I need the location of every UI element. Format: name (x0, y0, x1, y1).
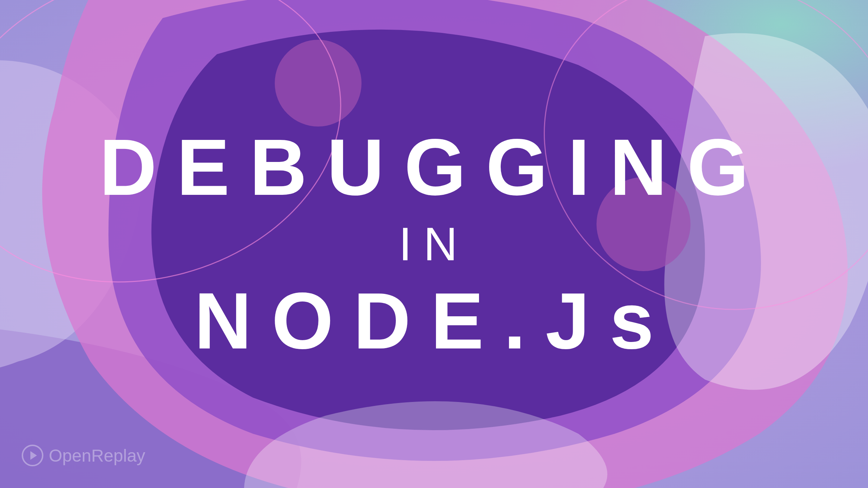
title-group: DEBUGGING IN NODE.Js (0, 0, 868, 488)
title-line-1: DEBUGGING (99, 124, 769, 211)
watermark-text: OpenReplay (49, 446, 145, 466)
play-icon (22, 445, 43, 466)
title-line-3: NODE.Js (194, 277, 674, 365)
title-line-2: IN (399, 218, 469, 270)
hero-banner: DEBUGGING IN NODE.Js OpenReplay (0, 0, 868, 488)
watermark: OpenReplay (22, 445, 145, 466)
